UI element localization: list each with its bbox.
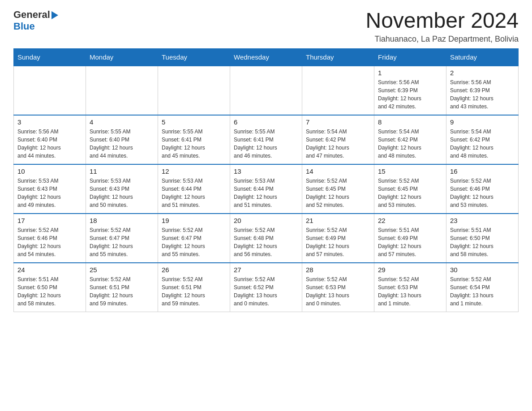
day-info: Sunrise: 5:52 AM Sunset: 6:48 PM Dayligh…	[234, 226, 298, 258]
day-number: 22	[378, 217, 442, 224]
calendar-cell: 5Sunrise: 5:55 AM Sunset: 6:41 PM Daylig…	[158, 115, 230, 164]
day-info: Sunrise: 5:54 AM Sunset: 6:42 PM Dayligh…	[378, 128, 442, 160]
day-info: Sunrise: 5:52 AM Sunset: 6:47 PM Dayligh…	[90, 226, 154, 258]
day-info: Sunrise: 5:52 AM Sunset: 6:53 PM Dayligh…	[378, 275, 442, 308]
calendar-cell: 19Sunrise: 5:52 AM Sunset: 6:47 PM Dayli…	[158, 214, 230, 263]
day-info: Sunrise: 5:52 AM Sunset: 6:45 PM Dayligh…	[306, 177, 370, 209]
day-info: Sunrise: 5:51 AM Sunset: 6:49 PM Dayligh…	[378, 226, 442, 258]
day-info: Sunrise: 5:52 AM Sunset: 6:46 PM Dayligh…	[17, 226, 82, 258]
calendar-cell: 11Sunrise: 5:53 AM Sunset: 6:43 PM Dayli…	[86, 164, 158, 214]
day-number: 5	[162, 118, 226, 126]
calendar-day-header: Wednesday	[230, 48, 302, 66]
day-info: Sunrise: 5:52 AM Sunset: 6:54 PM Dayligh…	[450, 275, 515, 308]
calendar-cell	[230, 66, 302, 115]
calendar-cell: 1Sunrise: 5:56 AM Sunset: 6:39 PM Daylig…	[374, 66, 446, 115]
day-number: 24	[17, 266, 82, 274]
calendar-week-row: 1Sunrise: 5:56 AM Sunset: 6:39 PM Daylig…	[14, 66, 519, 115]
calendar-week-row: 3Sunrise: 5:56 AM Sunset: 6:40 PM Daylig…	[14, 115, 519, 164]
calendar-week-row: 10Sunrise: 5:53 AM Sunset: 6:43 PM Dayli…	[14, 164, 519, 214]
main-title: November 2024	[365, 9, 519, 33]
day-info: Sunrise: 5:52 AM Sunset: 6:53 PM Dayligh…	[306, 275, 370, 308]
page-header: General Blue November 2024 Tiahuanaco, L…	[13, 9, 519, 44]
day-number: 8	[378, 118, 442, 126]
day-info: Sunrise: 5:53 AM Sunset: 6:44 PM Dayligh…	[234, 177, 298, 209]
day-info: Sunrise: 5:52 AM Sunset: 6:52 PM Dayligh…	[234, 275, 298, 308]
calendar-table: SundayMondayTuesdayWednesdayThursdayFrid…	[13, 48, 519, 313]
day-number: 18	[90, 217, 154, 224]
day-number: 6	[234, 118, 298, 126]
day-info: Sunrise: 5:56 AM Sunset: 6:39 PM Dayligh…	[450, 78, 515, 111]
calendar-day-header: Sunday	[14, 48, 86, 66]
logo-general-text: General	[13, 9, 50, 21]
calendar-cell: 14Sunrise: 5:52 AM Sunset: 6:45 PM Dayli…	[302, 164, 374, 214]
day-number: 10	[17, 167, 82, 175]
calendar-week-row: 17Sunrise: 5:52 AM Sunset: 6:46 PM Dayli…	[14, 214, 519, 263]
day-info: Sunrise: 5:53 AM Sunset: 6:43 PM Dayligh…	[17, 177, 82, 209]
day-info: Sunrise: 5:52 AM Sunset: 6:51 PM Dayligh…	[90, 275, 154, 308]
calendar-cell: 10Sunrise: 5:53 AM Sunset: 6:43 PM Dayli…	[14, 164, 86, 214]
day-number: 26	[162, 266, 226, 274]
day-info: Sunrise: 5:55 AM Sunset: 6:41 PM Dayligh…	[162, 128, 226, 160]
day-info: Sunrise: 5:52 AM Sunset: 6:45 PM Dayligh…	[378, 177, 442, 209]
logo-arrow-icon	[51, 11, 58, 19]
calendar-cell: 9Sunrise: 5:54 AM Sunset: 6:42 PM Daylig…	[446, 115, 519, 164]
day-info: Sunrise: 5:52 AM Sunset: 6:47 PM Dayligh…	[162, 226, 226, 258]
calendar-day-header: Thursday	[302, 48, 374, 66]
calendar-cell	[14, 66, 86, 115]
day-info: Sunrise: 5:53 AM Sunset: 6:44 PM Dayligh…	[162, 177, 226, 209]
day-number: 25	[90, 266, 154, 274]
logo-blue-text: Blue	[13, 21, 35, 32]
day-number: 9	[450, 118, 515, 126]
day-number: 23	[450, 217, 515, 224]
day-info: Sunrise: 5:54 AM Sunset: 6:42 PM Dayligh…	[450, 128, 515, 160]
calendar-cell: 20Sunrise: 5:52 AM Sunset: 6:48 PM Dayli…	[230, 214, 302, 263]
calendar-cell: 23Sunrise: 5:51 AM Sunset: 6:50 PM Dayli…	[446, 214, 519, 263]
calendar-cell: 17Sunrise: 5:52 AM Sunset: 6:46 PM Dayli…	[14, 214, 86, 263]
calendar-cell: 12Sunrise: 5:53 AM Sunset: 6:44 PM Dayli…	[158, 164, 230, 214]
day-number: 3	[17, 118, 82, 126]
day-number: 2	[450, 69, 515, 77]
day-info: Sunrise: 5:55 AM Sunset: 6:41 PM Dayligh…	[234, 128, 298, 160]
day-number: 12	[162, 167, 226, 175]
day-number: 20	[234, 217, 298, 224]
calendar-week-row: 24Sunrise: 5:51 AM Sunset: 6:50 PM Dayli…	[14, 263, 519, 312]
day-info: Sunrise: 5:55 AM Sunset: 6:40 PM Dayligh…	[90, 128, 154, 160]
calendar-cell: 22Sunrise: 5:51 AM Sunset: 6:49 PM Dayli…	[374, 214, 446, 263]
day-number: 16	[450, 167, 515, 175]
calendar-cell: 21Sunrise: 5:52 AM Sunset: 6:49 PM Dayli…	[302, 214, 374, 263]
calendar-cell: 25Sunrise: 5:52 AM Sunset: 6:51 PM Dayli…	[86, 263, 158, 312]
day-number: 15	[378, 167, 442, 175]
calendar-cell: 7Sunrise: 5:54 AM Sunset: 6:42 PM Daylig…	[302, 115, 374, 164]
day-number: 28	[306, 266, 370, 274]
calendar-cell: 28Sunrise: 5:52 AM Sunset: 6:53 PM Dayli…	[302, 263, 374, 312]
calendar-cell: 18Sunrise: 5:52 AM Sunset: 6:47 PM Dayli…	[86, 214, 158, 263]
day-number: 30	[450, 266, 515, 274]
day-info: Sunrise: 5:52 AM Sunset: 6:51 PM Dayligh…	[162, 275, 226, 308]
calendar-cell	[86, 66, 158, 115]
logo: General Blue	[13, 9, 58, 32]
day-number: 21	[306, 217, 370, 224]
subtitle: Tiahuanaco, La Paz Department, Bolivia	[365, 34, 519, 44]
calendar-cell	[302, 66, 374, 115]
calendar-cell: 30Sunrise: 5:52 AM Sunset: 6:54 PM Dayli…	[446, 263, 519, 312]
calendar-cell	[158, 66, 230, 115]
day-number: 27	[234, 266, 298, 274]
calendar-cell: 16Sunrise: 5:52 AM Sunset: 6:46 PM Dayli…	[446, 164, 519, 214]
calendar-day-header: Saturday	[446, 48, 519, 66]
day-number: 14	[306, 167, 370, 175]
calendar-header-row: SundayMondayTuesdayWednesdayThursdayFrid…	[14, 48, 519, 66]
day-number: 29	[378, 266, 442, 274]
title-section: November 2024 Tiahuanaco, La Paz Departm…	[365, 9, 519, 44]
day-number: 7	[306, 118, 370, 126]
calendar-cell: 29Sunrise: 5:52 AM Sunset: 6:53 PM Dayli…	[374, 263, 446, 312]
day-number: 4	[90, 118, 154, 126]
day-info: Sunrise: 5:51 AM Sunset: 6:50 PM Dayligh…	[17, 275, 82, 308]
day-number: 11	[90, 167, 154, 175]
calendar-cell: 15Sunrise: 5:52 AM Sunset: 6:45 PM Dayli…	[374, 164, 446, 214]
day-info: Sunrise: 5:56 AM Sunset: 6:40 PM Dayligh…	[17, 128, 82, 160]
calendar-day-header: Monday	[86, 48, 158, 66]
calendar-cell: 4Sunrise: 5:55 AM Sunset: 6:40 PM Daylig…	[86, 115, 158, 164]
day-number: 19	[162, 217, 226, 224]
day-info: Sunrise: 5:51 AM Sunset: 6:50 PM Dayligh…	[450, 226, 515, 258]
day-info: Sunrise: 5:54 AM Sunset: 6:42 PM Dayligh…	[306, 128, 370, 160]
